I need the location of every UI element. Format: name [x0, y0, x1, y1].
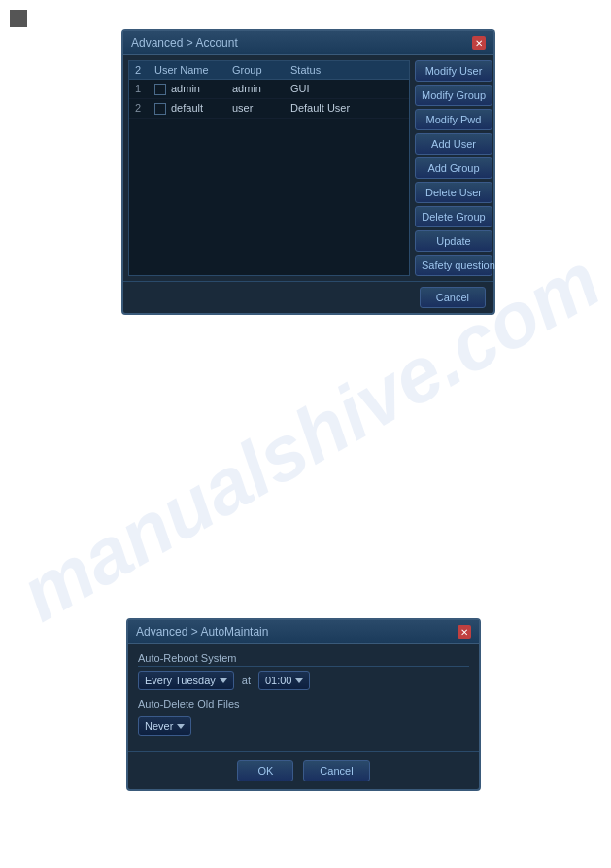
- auto-delete-label: Auto-Delete Old Files: [138, 698, 469, 712]
- table-row[interactable]: 2 default user Default User: [129, 99, 409, 119]
- safety-question-button[interactable]: Safety question: [415, 255, 492, 276]
- auto-reboot-row: Every Tuesday at 01:00: [138, 671, 469, 690]
- col-group: Group: [230, 63, 289, 77]
- row1-status: GUI: [289, 82, 405, 96]
- account-dialog-title: Advanced > Account: [131, 36, 238, 50]
- table-header: 2 User Name Group Status: [129, 61, 409, 80]
- account-close-button[interactable]: ✕: [472, 36, 486, 50]
- col-status: Status: [289, 63, 405, 77]
- auto-dialog-body: Auto-Reboot System Every Tuesday at 01:0…: [128, 644, 479, 751]
- auto-delete-row: Never: [138, 716, 469, 736]
- account-dialog-footer: Cancel: [123, 281, 493, 313]
- row2-checkbox[interactable]: [154, 103, 166, 115]
- reboot-day-dropdown[interactable]: Every Tuesday: [138, 671, 234, 690]
- auto-dialog-footer: OK Cancel: [128, 751, 479, 789]
- row2-status: Default User: [289, 101, 405, 116]
- add-group-button[interactable]: Add Group: [415, 157, 492, 179]
- delete-user-button[interactable]: Delete User: [415, 182, 492, 203]
- account-buttons-panel: Modify User Modify Group Modify Pwd Add …: [415, 60, 492, 276]
- auto-close-button[interactable]: ✕: [458, 625, 471, 639]
- modify-pwd-button[interactable]: Modify Pwd: [415, 109, 492, 130]
- modify-user-button[interactable]: Modify User: [415, 60, 492, 82]
- auto-title-bar: Advanced > AutoMaintain ✕: [128, 620, 479, 644]
- row1-group: admin: [230, 82, 289, 96]
- delete-arrow-icon: [177, 724, 185, 729]
- update-button[interactable]: Update: [415, 230, 492, 252]
- account-table: 2 User Name Group Status 1 admin admin G…: [128, 60, 410, 276]
- add-user-button[interactable]: Add User: [415, 133, 492, 155]
- col-username: User Name: [153, 63, 230, 77]
- delete-files-dropdown[interactable]: Never: [138, 716, 191, 736]
- row1-username: admin: [153, 82, 230, 96]
- table-empty-area: [129, 119, 409, 274]
- row2-num: 2: [133, 101, 153, 116]
- row2-username: default: [153, 101, 230, 116]
- delete-value: Never: [145, 720, 173, 732]
- reboot-time-value: 01:00: [265, 675, 292, 686]
- reboot-day-arrow-icon: [220, 678, 227, 683]
- reboot-time-dropdown[interactable]: 01:00: [258, 671, 311, 690]
- automaintain-dialog: Advanced > AutoMaintain ✕ Auto-Reboot Sy…: [126, 618, 481, 791]
- account-dialog: Advanced > Account ✕ 2 User Name Group S…: [121, 29, 495, 315]
- reboot-day-value: Every Tuesday: [145, 675, 216, 686]
- account-cancel-button[interactable]: Cancel: [420, 287, 486, 308]
- auto-reboot-label: Auto-Reboot System: [138, 652, 469, 667]
- auto-cancel-button[interactable]: Cancel: [303, 760, 369, 781]
- delete-group-button[interactable]: Delete Group: [415, 206, 492, 227]
- row1-checkbox[interactable]: [154, 84, 166, 95]
- reboot-time-arrow-icon: [295, 678, 303, 683]
- auto-dialog-title: Advanced > AutoMaintain: [136, 625, 268, 639]
- at-label: at: [242, 675, 251, 686]
- row2-group: user: [230, 101, 289, 116]
- row1-num: 1: [133, 82, 153, 96]
- account-title-bar: Advanced > Account ✕: [123, 31, 493, 55]
- top-left-square: [10, 10, 27, 27]
- account-dialog-body: 2 User Name Group Status 1 admin admin G…: [123, 55, 493, 281]
- table-row[interactable]: 1 admin admin GUI: [129, 80, 409, 99]
- col-num: 2: [133, 63, 153, 77]
- modify-group-button[interactable]: Modify Group: [415, 85, 492, 106]
- auto-ok-button[interactable]: OK: [237, 760, 293, 781]
